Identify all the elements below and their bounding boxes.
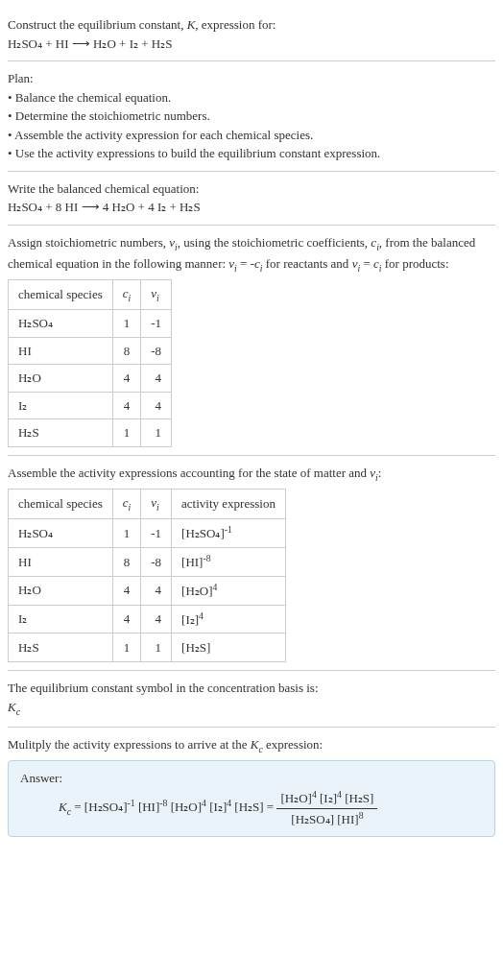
- assign-section: Assign stoichiometric numbers, νi, using…: [8, 226, 495, 456]
- ae-base: [H₂SO₄]: [181, 526, 225, 540]
- table-row: I₂44: [9, 392, 172, 419]
- ae-base: [I₂]: [181, 612, 199, 627]
- symbol-k: K: [8, 700, 16, 714]
- cell-c: 4: [112, 605, 141, 633]
- cell-n: -1: [141, 310, 172, 338]
- table-row: HI8-8: [9, 337, 172, 365]
- ans-t4: [I₂]: [206, 800, 227, 814]
- cell-species: H₂SO₄: [9, 519, 113, 548]
- table-row: H₂S11[H₂S]: [9, 633, 286, 662]
- cell-species: H₂O: [9, 576, 113, 605]
- table-row: H₂O44: [9, 365, 172, 393]
- assign-t2: , using the stoichiometric coefficients,: [178, 235, 371, 250]
- assign-t4: = -: [237, 256, 254, 271]
- intro-line: Construct the equilibrium constant, K, e…: [8, 15, 495, 35]
- answer-expression: Kc = [H₂SO₄]-1 [HI]-8 [H₂O]4 [I₂]4 [H₂S]…: [59, 788, 483, 829]
- cell-n: 1: [141, 419, 172, 447]
- cell-c: 4: [112, 365, 141, 393]
- table-row: H₂O44[H₂O]4: [9, 576, 286, 605]
- th-n-i: i: [156, 293, 159, 303]
- multiply-text: Mulitply the activity expressions to arr…: [8, 735, 495, 756]
- ae-base: [H₂O]: [181, 584, 212, 598]
- cell-c: 8: [112, 547, 141, 576]
- ans-t3: [H₂O]: [167, 800, 202, 814]
- assign-t7: for products:: [381, 256, 448, 271]
- ae-base: [H₂S]: [181, 641, 210, 656]
- cell-c: 8: [112, 337, 141, 365]
- ans-num1: [H₂O]: [280, 791, 311, 805]
- symbol-c: c: [16, 705, 20, 716]
- symbol-kc: Kc: [8, 698, 495, 719]
- assemble-section: Assemble the activity expressions accoun…: [8, 456, 495, 672]
- cell-activity: [H₂S]: [172, 633, 286, 662]
- plan-bullet-3: • Assemble the activity expression for e…: [8, 126, 495, 145]
- ans-t5: [H₂S] =: [231, 800, 276, 814]
- assign-text: Assign stoichiometric numbers, νi, using…: [8, 233, 495, 275]
- plan-bullet-4: • Use the activity expressions to build …: [8, 144, 495, 163]
- plan-section: Plan: • Balance the chemical equation. •…: [8, 61, 495, 172]
- table-row: H₂SO₄1-1: [9, 310, 172, 338]
- cell-n: 1: [141, 633, 172, 662]
- cell-species: H₂O: [9, 365, 113, 393]
- plan-bullet-2: • Determine the stoichiometric numbers.: [8, 107, 495, 126]
- ans-num2: [I₂]: [317, 791, 337, 805]
- cell-n: 4: [141, 392, 172, 419]
- th-ci: ci: [112, 489, 141, 518]
- ae-exp: 4: [213, 582, 218, 592]
- th-n-i: i: [156, 501, 159, 512]
- answer-box: Answer: Kc = [H₂SO₄]-1 [HI]-8 [H₂O]4 [I₂…: [8, 760, 495, 837]
- cell-activity: [HI]-8: [172, 547, 286, 576]
- assemble-text: Assemble the activity expressions accoun…: [8, 464, 495, 485]
- cell-n: 4: [141, 576, 172, 605]
- cell-c: 1: [112, 419, 141, 447]
- table-row: HI8-8[HI]-8: [9, 547, 286, 576]
- cell-activity: [I₂]4: [172, 605, 286, 633]
- ae-exp: -8: [203, 553, 210, 563]
- ans-num3: [H₂S]: [342, 791, 374, 805]
- th-c-i: i: [129, 293, 132, 303]
- table-row: H₂S11: [9, 419, 172, 447]
- ans-denominator: [H₂SO₄] [HI]8: [276, 809, 377, 829]
- cell-c: 4: [112, 576, 141, 605]
- cell-n: -1: [141, 519, 172, 548]
- cell-n: 4: [141, 365, 172, 393]
- th-activity: activity expression: [172, 489, 286, 518]
- cell-c: 1: [112, 519, 141, 548]
- ans-e1: -1: [128, 798, 135, 808]
- cell-c: 1: [112, 633, 141, 662]
- th-c-i: i: [129, 501, 132, 512]
- cell-n: 4: [141, 605, 172, 633]
- ans-numerator: [H₂O]4 [I₂]4 [H₂S]: [276, 788, 377, 809]
- multiply-section: Mulitply the activity expressions to arr…: [8, 728, 495, 845]
- ans-t2: [HI]: [135, 800, 160, 814]
- answer-label: Answer:: [20, 769, 483, 788]
- symbol-section: The equilibrium constant symbol in the c…: [8, 671, 495, 728]
- ans-fraction: [H₂O]4 [I₂]4 [H₂S][H₂SO₄] [HI]8: [276, 788, 377, 829]
- assemble-t1: Assemble the activity expressions accoun…: [8, 466, 370, 480]
- ans-t1: [H₂SO₄]: [84, 800, 128, 814]
- balanced-equation: H₂SO₄ + 8 HI ⟶ 4 H₂O + 4 I₂ + H₂S: [8, 198, 495, 217]
- assign-t5: for reactants and: [263, 256, 352, 271]
- balanced-title: Write the balanced chemical equation:: [8, 179, 495, 199]
- activity-table: chemical species ci νi activity expressi…: [8, 489, 286, 662]
- cell-n: -8: [141, 337, 172, 365]
- plan-bullet-1: • Balance the chemical equation.: [8, 88, 495, 108]
- ans-den1: [H₂SO₄] [HI]: [291, 812, 358, 826]
- plan-title: Plan:: [8, 69, 495, 88]
- th-ci: ci: [112, 279, 141, 309]
- cell-species: H₂S: [9, 633, 113, 662]
- assign-t1: Assign stoichiometric numbers,: [8, 235, 169, 250]
- ans-dene1: 8: [359, 810, 364, 821]
- th-nui: νi: [141, 279, 172, 309]
- table-header-row: chemical species ci νi: [9, 279, 172, 309]
- assemble-colon: :: [378, 466, 382, 480]
- balanced-section: Write the balanced chemical equation: H₂…: [8, 172, 495, 226]
- multiply-t1: Mulitply the activity expressions to arr…: [8, 737, 251, 752]
- cell-n: -8: [141, 547, 172, 576]
- table-header-row: chemical species ci νi activity expressi…: [9, 489, 286, 518]
- cell-activity: [H₂SO₄]-1: [172, 519, 286, 548]
- ae-base: [HI]: [181, 555, 203, 569]
- intro-text-1: Construct the equilibrium constant,: [8, 17, 187, 32]
- table-row: H₂SO₄1-1[H₂SO₄]-1: [9, 519, 286, 548]
- th-nui: νi: [141, 489, 172, 518]
